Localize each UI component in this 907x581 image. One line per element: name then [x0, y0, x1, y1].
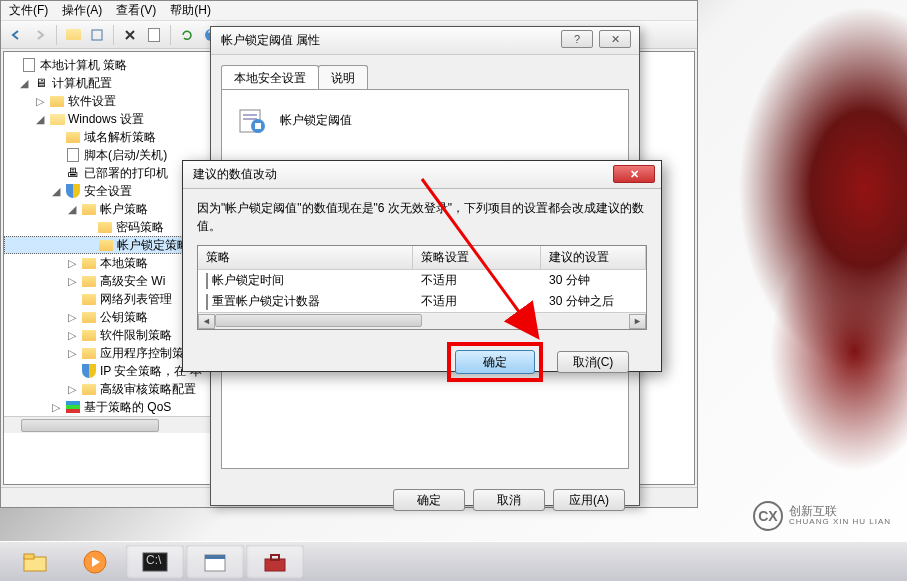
tab-description[interactable]: 说明: [318, 65, 368, 89]
taskbar-explorer[interactable]: [6, 545, 64, 579]
col-policy[interactable]: 策略: [198, 246, 413, 269]
tree-computer-config[interactable]: ◢🖥计算机配置: [4, 74, 217, 92]
table-row[interactable]: 重置帐户锁定计数器 不适用 30 分钟之后: [198, 291, 646, 312]
menu-help[interactable]: 帮助(H): [170, 2, 211, 19]
tree-root[interactable]: 本地计算机 策略: [4, 56, 217, 74]
folder-icon: [81, 255, 97, 271]
delete-button[interactable]: [119, 24, 141, 46]
folder-icon: [81, 327, 97, 343]
table-hscroll[interactable]: ◄►: [198, 312, 646, 329]
svg-text:C:\: C:\: [146, 553, 162, 567]
properties-button[interactable]: [86, 24, 108, 46]
policy-icon: [206, 274, 208, 288]
cancel-button[interactable]: 取消: [473, 489, 545, 511]
folder-icon: [65, 129, 81, 145]
nav-back-button[interactable]: [5, 24, 27, 46]
col-setting[interactable]: 策略设置: [413, 246, 541, 269]
folder-icon: [81, 381, 97, 397]
ok-button[interactable]: 确定: [393, 489, 465, 511]
watermark-text-en: CHUANG XIN HU LIAN: [789, 518, 891, 527]
tree-dns-policy[interactable]: 域名解析策略: [4, 128, 217, 146]
svg-rect-4: [243, 114, 257, 116]
policy-icon: [236, 104, 268, 136]
svg-rect-7: [255, 123, 261, 129]
ok-button[interactable]: 确定: [455, 350, 535, 374]
dialog-titlebar[interactable]: 建议的数值改动 ✕: [183, 161, 661, 189]
shield-icon: [81, 363, 97, 379]
printer-icon: 🖶: [65, 165, 81, 181]
dialog-title: 建议的数值改动: [193, 166, 277, 183]
close-button[interactable]: ✕: [613, 165, 655, 183]
computer-icon: 🖥: [33, 75, 49, 91]
taskbar-gpedit[interactable]: [186, 545, 244, 579]
menu-view[interactable]: 查看(V): [116, 2, 156, 19]
chart-icon: [65, 399, 81, 415]
col-suggested[interactable]: 建议的设置: [541, 246, 646, 269]
nav-forward-button[interactable]: [29, 24, 51, 46]
watermark-logo-icon: CX: [753, 501, 783, 531]
taskbar-cmd[interactable]: C:\: [126, 545, 184, 579]
svg-rect-0: [92, 30, 102, 40]
apply-button[interactable]: 应用(A): [553, 489, 625, 511]
svg-rect-5: [243, 118, 257, 120]
folder-icon: [81, 345, 97, 361]
property-label: 帐户锁定阈值: [280, 112, 352, 129]
export-button[interactable]: [143, 24, 165, 46]
table-row[interactable]: 帐户锁定时间 不适用 30 分钟: [198, 270, 646, 291]
folder-icon: [49, 93, 65, 109]
menu-action[interactable]: 操作(A): [62, 2, 102, 19]
cancel-button[interactable]: 取消(C): [557, 351, 629, 373]
taskbar-media-player[interactable]: [66, 545, 124, 579]
taskbar[interactable]: C:\: [0, 541, 907, 581]
doc-icon: [21, 57, 37, 73]
shield-icon: [65, 183, 81, 199]
tree-hscroll[interactable]: [4, 416, 217, 433]
folder-icon: [81, 273, 97, 289]
dialog-message: 因为"帐户锁定阈值"的数值现在是"6 次无效登录"，下列项目的设置都会改成建议的…: [197, 199, 647, 235]
folder-icon: [81, 201, 97, 217]
up-button[interactable]: [62, 24, 84, 46]
script-icon: [65, 147, 81, 163]
folder-icon: [98, 237, 114, 253]
svg-rect-17: [271, 555, 279, 560]
tree-software-settings[interactable]: ▷软件设置: [4, 92, 217, 110]
folder-icon: [81, 291, 97, 307]
changes-table: 策略 策略设置 建议的设置 帐户锁定时间 不适用 30 分钟 重置帐户锁定计数器…: [197, 245, 647, 330]
folder-icon: [97, 219, 113, 235]
menubar: 文件(F) 操作(A) 查看(V) 帮助(H): [1, 1, 697, 21]
svg-rect-10: [24, 554, 34, 559]
refresh-button[interactable]: [176, 24, 198, 46]
dialog-title: 帐户锁定阈值 属性: [221, 32, 320, 49]
dialog-titlebar[interactable]: 帐户锁定阈值 属性 ? ✕: [211, 27, 639, 55]
policy-icon: [206, 295, 208, 309]
suggested-changes-dialog: 建议的数值改动 ✕ 因为"帐户锁定阈值"的数值现在是"6 次无效登录"，下列项目…: [182, 160, 662, 372]
close-button[interactable]: ✕: [599, 30, 631, 48]
svg-rect-15: [205, 555, 225, 559]
watermark: CX 创新互联 CHUANG XIN HU LIAN: [753, 501, 891, 531]
highlight-annotation: 确定: [447, 342, 543, 382]
taskbar-toolbox[interactable]: [246, 545, 304, 579]
folder-open-icon: [49, 111, 65, 127]
tab-local-security[interactable]: 本地安全设置: [221, 65, 319, 89]
menu-file[interactable]: 文件(F): [9, 2, 48, 19]
help-button[interactable]: ?: [561, 30, 593, 48]
tree-qos[interactable]: ▷基于策略的 QoS: [4, 398, 217, 416]
folder-icon: [81, 309, 97, 325]
tree-windows-settings[interactable]: ◢Windows 设置: [4, 110, 217, 128]
